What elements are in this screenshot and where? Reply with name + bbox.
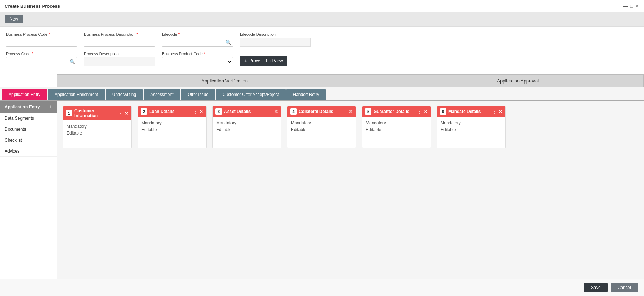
card-1: 2Loan Details⋮✕MandatoryEditable <box>138 106 207 148</box>
card-5: 6Mandate Details⋮✕MandatoryEditable <box>437 106 506 148</box>
card-title-1: Loan Details <box>149 109 191 114</box>
card-prop-mandatory: Mandatory <box>216 120 278 126</box>
card-more-icon-2[interactable]: ⋮ <box>268 109 273 114</box>
card-more-icon-3[interactable]: ⋮ <box>342 109 347 114</box>
card-actions-3: ⋮✕ <box>342 109 353 114</box>
business-product-code-select[interactable] <box>162 57 233 66</box>
process-fullview-label: Process Full View <box>249 58 283 63</box>
card-prop-editable: Editable <box>291 126 352 133</box>
card-number-1: 2 <box>141 108 147 115</box>
card-header-3: 4Collateral Details⋮✕ <box>287 106 356 117</box>
card-close-icon-4[interactable]: ✕ <box>424 109 428 114</box>
card-prop-editable: Editable <box>441 126 502 133</box>
lifecycle-group: Lifecycle * 🔍 <box>162 32 233 47</box>
left-panel-item-2[interactable]: Checklist <box>0 135 57 146</box>
lifecycle-input-wrapper: 🔍 <box>162 38 233 47</box>
business-process-code-group: Business Process Code * <box>6 32 77 47</box>
card-close-icon-2[interactable]: ✕ <box>274 109 278 114</box>
process-code-input[interactable] <box>6 57 77 66</box>
process-desc-value <box>84 57 155 66</box>
tab-handoff-retry[interactable]: Handoff Retry <box>286 89 326 100</box>
card-more-icon-4[interactable]: ⋮ <box>417 109 422 114</box>
stage-group-approval: Application Approval <box>392 74 644 87</box>
card-close-icon-1[interactable]: ✕ <box>199 109 203 114</box>
business-process-desc-label: Business Process Description * <box>84 32 155 36</box>
card-prop-mandatory: Mandatory <box>67 123 128 130</box>
card-prop-editable: Editable <box>366 126 427 133</box>
card-body-2: MandatoryEditable <box>213 117 281 136</box>
content-area: Application Entry + Data SegmentsDocumen… <box>0 101 644 279</box>
card-body-5: MandatoryEditable <box>437 117 505 136</box>
card-number-5: 6 <box>440 108 446 115</box>
card-more-icon-1[interactable]: ⋮ <box>193 109 198 114</box>
cancel-button[interactable]: Cancel <box>611 283 638 292</box>
window-title: Create Business Process <box>5 4 60 9</box>
card-actions-0: ⋮✕ <box>118 110 129 116</box>
process-code-input-wrapper: 🔍 <box>6 57 77 66</box>
process-fullview-group: + Process Full View <box>240 56 287 66</box>
card-title-5: Mandate Details <box>448 109 490 114</box>
card-title-0: Customer Information <box>74 108 116 118</box>
tab-application-entry[interactable]: Application Entry <box>2 89 47 100</box>
left-panel-item-1[interactable]: Documents <box>0 124 57 135</box>
card-0: 1Customer Information⋮✕MandatoryEditable <box>63 106 132 148</box>
left-panel-item-3[interactable]: Advices <box>0 146 57 157</box>
card-close-icon-0[interactable]: ✕ <box>124 110 129 116</box>
business-process-code-input[interactable] <box>6 38 77 47</box>
card-body-1: MandatoryEditable <box>138 117 206 136</box>
process-fullview-button[interactable]: + Process Full View <box>240 56 287 66</box>
card-actions-2: ⋮✕ <box>268 109 278 114</box>
tab-application-enrichment[interactable]: Application Enrichment <box>48 89 105 100</box>
left-panel-item-0[interactable]: Data Segments <box>0 113 57 124</box>
lifecycle-input[interactable] <box>162 38 233 47</box>
main-content: 1Customer Information⋮✕MandatoryEditable… <box>57 101 644 279</box>
stage-group-verification: Application Verification <box>57 74 392 87</box>
left-panel-add-icon[interactable]: + <box>49 104 52 110</box>
lifecycle-desc-value <box>240 38 311 47</box>
minimize-button[interactable]: — <box>623 3 628 9</box>
left-panel: Application Entry + Data SegmentsDocumen… <box>0 101 57 279</box>
tab-assessment[interactable]: Assessment <box>144 89 180 100</box>
lifecycle-desc-group: Lifecycle Description <box>240 32 311 47</box>
business-process-desc-group: Business Process Description * <box>84 32 155 47</box>
save-button[interactable]: Save <box>584 283 607 292</box>
lifecycle-label: Lifecycle * <box>162 32 233 36</box>
card-number-0: 1 <box>66 110 72 116</box>
card-2: 3Asset Details⋮✕MandatoryEditable <box>212 106 281 148</box>
card-actions-4: ⋮✕ <box>417 109 428 114</box>
tab-underwriting[interactable]: Underwriting <box>106 89 143 100</box>
card-3: 4Collateral Details⋮✕MandatoryEditable <box>287 106 356 148</box>
card-prop-mandatory: Mandatory <box>141 120 203 126</box>
card-body-3: MandatoryEditable <box>287 117 356 136</box>
business-process-code-label: Business Process Code * <box>6 32 77 36</box>
tab-offer-issue[interactable]: Offer Issue <box>181 89 215 100</box>
card-close-icon-5[interactable]: ✕ <box>498 109 503 114</box>
cards-container: 1Customer Information⋮✕MandatoryEditable… <box>63 106 638 148</box>
close-button[interactable]: ✕ <box>635 3 639 9</box>
maximize-button[interactable]: □ <box>630 3 633 9</box>
left-panel-title: Application Entry + <box>0 101 57 113</box>
business-process-desc-input[interactable] <box>84 38 155 47</box>
form-row-2: Process Code * 🔍 Process Description Bus… <box>6 52 638 66</box>
footer: Save Cancel <box>0 279 644 296</box>
title-bar-controls: — □ ✕ <box>623 3 639 9</box>
card-header-5: 6Mandate Details⋮✕ <box>437 106 505 117</box>
card-number-3: 4 <box>290 108 297 115</box>
card-actions-5: ⋮✕ <box>492 109 503 114</box>
card-more-icon-5[interactable]: ⋮ <box>492 109 497 114</box>
card-header-4: 5Guarantor Details⋮✕ <box>362 106 431 117</box>
process-fullview-icon: + <box>244 58 247 64</box>
stage-groups-header: Application Verification Application App… <box>0 74 644 87</box>
card-body-0: MandatoryEditable <box>63 120 131 140</box>
new-button[interactable]: New <box>5 15 23 23</box>
tab-customer-offer-accept/reject[interactable]: Customer Offer Accept/Reject <box>216 89 286 100</box>
card-close-icon-3[interactable]: ✕ <box>349 109 353 114</box>
business-product-code-group: Business Product Code * <box>162 52 233 66</box>
title-bar: Create Business Process — □ ✕ <box>0 0 644 12</box>
card-number-2: 3 <box>215 108 222 115</box>
business-product-code-label: Business Product Code * <box>162 52 233 56</box>
lifecycle-desc-label: Lifecycle Description <box>240 32 311 36</box>
card-more-icon-0[interactable]: ⋮ <box>118 110 123 116</box>
card-prop-mandatory: Mandatory <box>366 120 427 126</box>
card-4: 5Guarantor Details⋮✕MandatoryEditable <box>362 106 431 148</box>
